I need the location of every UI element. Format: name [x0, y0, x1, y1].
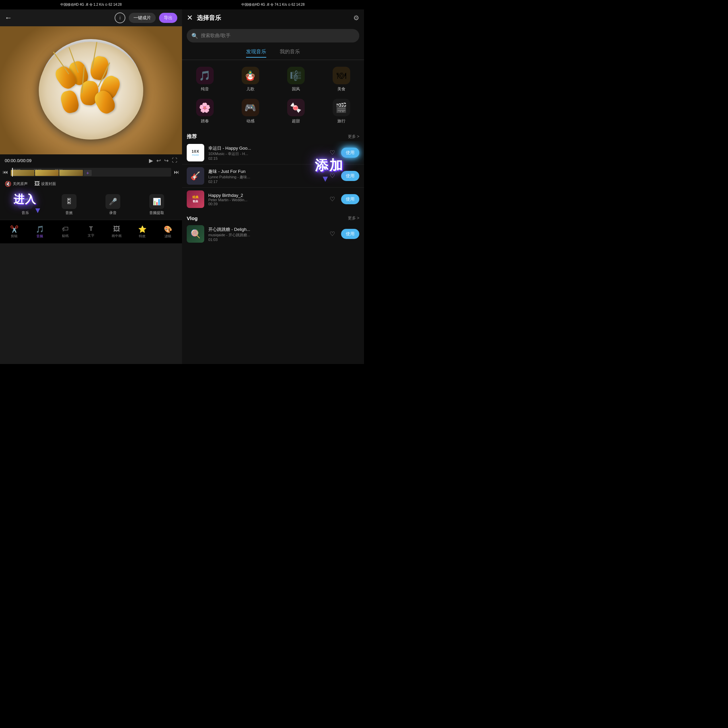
- time-display: 00:00.0/00:09 ▶ ↩ ↪ ⛶: [0, 154, 182, 167]
- vlog-heart-1[interactable]: ♡: [330, 230, 335, 238]
- nav-pip-label: 画中画: [112, 234, 122, 238]
- timeline-clips: +: [11, 170, 92, 176]
- timeline-track[interactable]: 00:00 00:02 00:04 +: [11, 168, 171, 177]
- use-button-3[interactable]: 使用: [341, 194, 359, 204]
- cat-dynamic[interactable]: 🎮 动感: [228, 95, 273, 127]
- clip-2[interactable]: [35, 170, 59, 176]
- back-button[interactable]: ←: [5, 14, 12, 22]
- music-title-3: Happy Birthday_2: [208, 193, 276, 198]
- food-item-6: [59, 89, 80, 115]
- nav-sticker-label: 贴纸: [62, 234, 69, 238]
- settings-button[interactable]: ⚙: [353, 14, 359, 22]
- vlog-item-1[interactable]: 🍭 开心跳跳糖 - Deligh... musiqaide - 开心跳跳糖...…: [182, 222, 364, 245]
- national-icon: 🎼: [287, 67, 305, 84]
- dynamic-icon: 🎮: [242, 99, 259, 116]
- left-status-bar: 中国移动HD 4G .ill 令 1.2 K/s ⊙ 62 14:28: [0, 0, 182, 9]
- heart-button-2[interactable]: ♡: [330, 172, 335, 180]
- timeline-bar: ⏮ 00:00 00:02 00:04 + ⏭: [0, 167, 182, 178]
- audio-tool-sfx[interactable]: 🎛 音效: [62, 194, 76, 216]
- cat-spring-label: 踏春: [201, 118, 209, 124]
- nav-edit-label: 剪辑: [11, 234, 18, 239]
- cat-pure-music-label: 纯音: [201, 86, 209, 92]
- strip-toolbar: 🔇 关闭原声 🖼 设置封面: [0, 178, 182, 190]
- music-thumb-2: 🎸: [187, 167, 204, 185]
- music-item-3[interactable]: 经典 歌曲 Happy Birthday_2 Peter Martin - We…: [182, 188, 364, 211]
- info-button[interactable]: i: [115, 12, 125, 23]
- fullscreen-button[interactable]: ⛶: [172, 158, 177, 164]
- strip-set-cover[interactable]: 🖼 设置封面: [34, 180, 56, 187]
- video-preview: [0, 26, 182, 154]
- effects-icon: ⭐: [138, 225, 147, 233]
- music-artist-1: 10XMusic - 幸运日 - H...: [208, 151, 276, 156]
- text-icon: T: [89, 225, 93, 232]
- record-tool-label: 录音: [109, 210, 116, 216]
- cat-national[interactable]: 🎼 国风: [273, 63, 318, 95]
- cat-pure-music[interactable]: 🎵 纯音: [182, 63, 228, 95]
- use-button-1[interactable]: 使用: [341, 148, 359, 158]
- tab-my-music[interactable]: 我的音乐: [280, 49, 300, 58]
- music-item-2[interactable]: 🎸 趣味 - Just For Fun Lynne Publishing - 趣…: [182, 164, 364, 188]
- bottom-nav: ✂️ 剪辑 🎵 音频 🏷 贴纸 T 文字 🖼 画中画 ⭐ 特效 🎨 滤镜: [0, 220, 182, 243]
- spring-icon: 🌸: [196, 99, 214, 116]
- music-list: 添加 ▼ 10X music 幸运日 - Happy Goo... 10XMus…: [182, 141, 364, 211]
- undo-button[interactable]: ↩: [156, 158, 161, 164]
- yijian-button[interactable]: 一键成片: [129, 13, 156, 23]
- vlog-use-button-1[interactable]: 使用: [341, 229, 359, 239]
- heart-button-3[interactable]: ♡: [330, 196, 335, 203]
- audio-tool-record[interactable]: 🎤 录音: [106, 194, 120, 216]
- extract-tool-icon: 📊: [149, 194, 164, 209]
- cat-sweet[interactable]: 🍬 超甜: [273, 95, 318, 127]
- vlog-section: Vlog 更多 > 🍭 开心跳跳糖 - Deligh... musiqaide …: [182, 211, 364, 245]
- right-status-bar: 中国移动HD 4G .ill 令 74.1 K/s ⊙ 62 14:28: [182, 0, 364, 9]
- music-info-3: Happy Birthday_2 Peter Martin - Weddin..…: [208, 193, 326, 206]
- music-tool-label: 音乐: [21, 210, 29, 216]
- timeline-end-button[interactable]: ⏭: [174, 169, 179, 175]
- search-bar[interactable]: 🔍 搜索歌曲/歌手: [187, 29, 359, 43]
- timeline-start-button[interactable]: ⏮: [3, 169, 8, 175]
- set-cover-icon: 🖼: [34, 180, 40, 187]
- clip-1[interactable]: [11, 170, 34, 176]
- nav-item-sticker[interactable]: 🏷 贴纸: [55, 225, 75, 238]
- tab-discover[interactable]: 发现音乐: [246, 49, 266, 58]
- strip-set-cover-label: 设置封面: [41, 181, 56, 187]
- recommended-more[interactable]: 更多 >: [348, 134, 359, 139]
- cat-spring[interactable]: 🌸 踏春: [182, 95, 228, 127]
- tianjia-arrow: ▼: [321, 174, 330, 184]
- sfx-tool-label: 音效: [66, 210, 73, 216]
- heart-button-1[interactable]: ♡: [330, 149, 335, 156]
- jiru-arrow: ▼: [34, 206, 42, 215]
- food-cat-icon: 🍽: [333, 67, 350, 84]
- add-clip-button[interactable]: +: [84, 170, 92, 176]
- music-thumb-1: 10X music: [187, 144, 204, 161]
- close-button[interactable]: ✕: [187, 14, 193, 22]
- audio-tool-music[interactable]: 🎵 音乐: [18, 194, 33, 216]
- search-icon: 🔍: [191, 33, 198, 39]
- music-info-1: 幸运日 - Happy Goo... 10XMusic - 幸运日 - H...…: [208, 145, 326, 161]
- nav-audio-label: 音频: [37, 234, 43, 239]
- cat-food[interactable]: 🍽 美食: [318, 63, 364, 95]
- music-item-1[interactable]: 添加 ▼ 10X music 幸运日 - Happy Goo... 10XMus…: [182, 141, 364, 164]
- music-title-1: 幸运日 - Happy Goo...: [208, 145, 276, 151]
- strip-close-audio[interactable]: 🔇 关闭原声: [5, 180, 28, 187]
- redo-button[interactable]: ↪: [164, 158, 168, 164]
- clip-3[interactable]: [59, 170, 83, 176]
- nav-item-audio[interactable]: 🎵 音频: [30, 225, 50, 239]
- vlog-more[interactable]: 更多 >: [348, 216, 359, 221]
- cat-childrens[interactable]: 🪆 儿歌: [228, 63, 273, 95]
- recommended-header: 推荐 更多 >: [182, 131, 364, 141]
- food-image: [0, 26, 182, 154]
- use-button-2[interactable]: 使用: [341, 171, 359, 181]
- nav-item-effects[interactable]: ⭐ 特效: [132, 225, 152, 239]
- nav-effects-label: 特效: [139, 234, 145, 239]
- music-info-2: 趣味 - Just For Fun Lynne Publishing - 趣味.…: [208, 168, 326, 184]
- nav-item-text[interactable]: T 文字: [81, 225, 101, 238]
- nav-item-pip[interactable]: 🖼 画中画: [107, 225, 127, 238]
- export-button[interactable]: 导出: [159, 13, 177, 23]
- audio-tool-extract[interactable]: 📊 音频提取: [149, 194, 164, 216]
- search-placeholder: 搜索歌曲/歌手: [201, 33, 231, 39]
- cat-travel[interactable]: 🎬 旅行: [318, 95, 364, 127]
- nav-item-filter[interactable]: 🎨 滤镜: [158, 225, 178, 239]
- nav-item-edit[interactable]: ✂️ 剪辑: [4, 225, 24, 239]
- play-button[interactable]: ▶: [149, 158, 153, 164]
- music-artist-2: Lynne Publishing - 趣味...: [208, 174, 276, 180]
